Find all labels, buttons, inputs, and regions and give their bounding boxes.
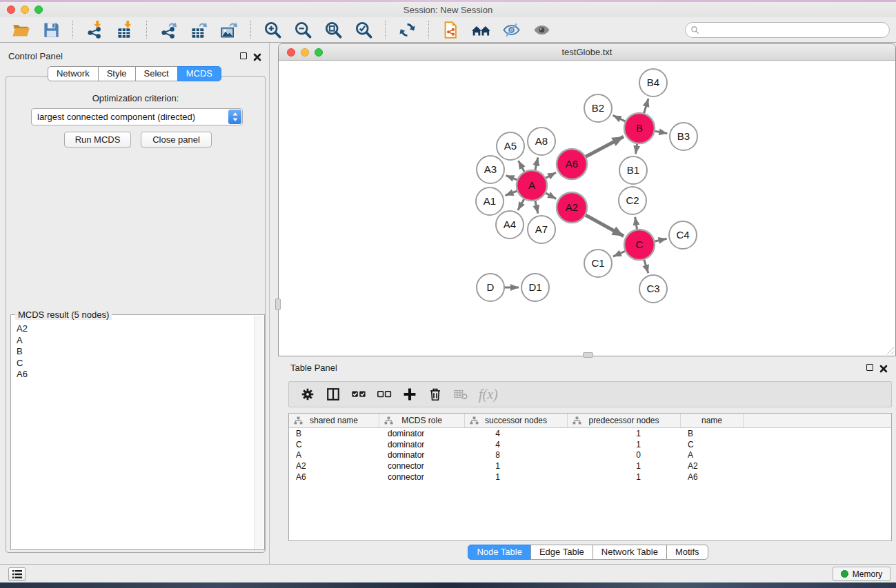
- graph-node-A1[interactable]: A1: [476, 187, 504, 215]
- tab-select[interactable]: Select: [135, 66, 178, 81]
- graph-node-D1[interactable]: D1: [521, 274, 549, 301]
- toolbar-separator: [146, 21, 147, 39]
- table-tab-node-table[interactable]: Node Table: [468, 545, 531, 560]
- zoom-in-button[interactable]: [257, 19, 288, 41]
- close-panel-button[interactable]: Close panel: [141, 132, 212, 148]
- memory-button[interactable]: Memory: [833, 567, 890, 581]
- float-table-panel-icon[interactable]: [866, 364, 873, 371]
- export-image-button[interactable]: [214, 19, 244, 41]
- graph-node-A8[interactable]: A8: [528, 128, 555, 155]
- cell-MCDS-role: connector: [379, 461, 465, 471]
- graph-node-A4[interactable]: A4: [496, 211, 524, 239]
- table-row-a2[interactable]: A2connector11A2: [289, 460, 891, 472]
- export-network-button[interactable]: [153, 19, 183, 41]
- search-input[interactable]: [699, 23, 889, 37]
- svg-text:A7: A7: [535, 223, 548, 235]
- tab-network[interactable]: Network: [48, 66, 99, 81]
- graph-node-B3[interactable]: B3: [670, 123, 697, 150]
- table-panel-tabs: Node TableEdge TableNetwork TableMotifs: [280, 545, 896, 560]
- result-item-a[interactable]: A: [17, 335, 254, 347]
- eye-visible-button[interactable]: [526, 19, 557, 41]
- network-graph[interactable]: B4B2BB3A8A5A6A3B1AA1C2A2A4A7C4CC1C3DD1: [279, 61, 895, 356]
- graph-node-A5[interactable]: A5: [497, 132, 524, 160]
- cell-shared-name: A: [289, 450, 379, 460]
- import-table-button[interactable]: [110, 19, 140, 41]
- graph-node-C3[interactable]: C3: [639, 275, 667, 303]
- table-tab-network-table[interactable]: Network Table: [593, 545, 667, 560]
- split-columns-button[interactable]: [320, 384, 346, 405]
- svg-text:A6: A6: [566, 158, 578, 170]
- result-scrollbar[interactable]: [254, 316, 263, 549]
- graph-node-C[interactable]: C: [624, 230, 655, 260]
- tab-style[interactable]: Style: [98, 66, 136, 81]
- column-header-MCDS-role[interactable]: MCDS role: [379, 414, 465, 427]
- refresh-layout-button[interactable]: [392, 19, 422, 41]
- search-box[interactable]: [685, 22, 890, 38]
- close-panel-icon[interactable]: [253, 52, 261, 60]
- home-networks-button[interactable]: [466, 19, 496, 41]
- tab-mcds[interactable]: MCDS: [177, 66, 221, 81]
- select-all-checkboxes-button[interactable]: [346, 384, 371, 405]
- network-view-window: testGlobe.txt B4B2BB3A8A5A6A3B1AA1C2A2A4…: [278, 43, 896, 356]
- graph-node-B2[interactable]: B2: [584, 94, 612, 122]
- column-header-predecessor-nodes[interactable]: predecessor nodes: [568, 414, 681, 427]
- table-row-a6[interactable]: A6connector11A6: [289, 472, 891, 483]
- save-session-button[interactable]: [36, 19, 66, 41]
- document-network-button[interactable]: [435, 19, 466, 41]
- graph-node-B1[interactable]: B1: [619, 156, 647, 184]
- memory-label: Memory: [853, 569, 882, 579]
- graph-node-C4[interactable]: C4: [669, 221, 697, 249]
- result-item-a6[interactable]: A6: [17, 369, 254, 381]
- table-row-c[interactable]: Cdominator41C: [289, 439, 891, 450]
- deselect-all-checkboxes-button[interactable]: [371, 384, 397, 405]
- table-tab-motifs[interactable]: Motifs: [666, 545, 708, 560]
- graph-node-C1[interactable]: C1: [584, 250, 612, 277]
- open-folder-button[interactable]: [6, 19, 36, 41]
- graph-node-D[interactable]: D: [477, 274, 504, 301]
- table-header-row: shared nameMCDS rolesuccessor nodesprede…: [289, 414, 891, 428]
- graph-node-B[interactable]: B: [624, 113, 655, 143]
- eye-hidden-button[interactable]: [496, 19, 526, 41]
- vertical-splitter-handle[interactable]: [275, 298, 281, 310]
- float-panel-icon[interactable]: [240, 52, 247, 59]
- column-header-successor-nodes[interactable]: successor nodes: [465, 414, 568, 427]
- zoom-fit-button[interactable]: [318, 19, 348, 41]
- document-network-icon: [441, 21, 460, 39]
- column-header-shared-name[interactable]: shared name: [289, 414, 379, 427]
- table-row-a[interactable]: Adominator80A: [289, 450, 891, 461]
- function-builder-button[interactable]: f(x): [479, 387, 498, 403]
- graph-node-A2[interactable]: A2: [557, 192, 587, 223]
- close-table-panel-icon[interactable]: [879, 363, 888, 372]
- graph-node-A6[interactable]: A6: [557, 149, 587, 179]
- result-item-b[interactable]: B: [17, 346, 254, 358]
- settings-gear-button[interactable]: [295, 384, 320, 405]
- table-row-b[interactable]: Bdominator41B: [289, 428, 891, 439]
- delete-table-button[interactable]: [448, 384, 473, 405]
- export-table-button[interactable]: [183, 19, 214, 41]
- toolbar-separator: [385, 21, 386, 39]
- graph-node-A3[interactable]: A3: [477, 156, 504, 183]
- import-network-button[interactable]: [79, 19, 110, 41]
- graph-node-B4[interactable]: B4: [639, 69, 667, 97]
- network-window-titlebar: testGlobe.txt: [279, 44, 895, 61]
- task-history-button[interactable]: [8, 567, 26, 581]
- zoom-selected-button[interactable]: [348, 19, 379, 41]
- run-mcds-button[interactable]: Run MCDS: [64, 132, 131, 148]
- column-header-filler: [744, 414, 891, 427]
- main-titlebar: Session: New Session: [0, 2, 896, 17]
- graph-node-C2[interactable]: C2: [619, 187, 646, 214]
- network-canvas[interactable]: B4B2BB3A8A5A6A3B1AA1C2A2A4A7C4CC1C3DD1: [279, 61, 895, 356]
- add-column-button[interactable]: [397, 384, 422, 405]
- result-item-c[interactable]: C: [17, 358, 254, 369]
- horizontal-splitter-handle[interactable]: [583, 352, 593, 358]
- criterion-dropdown[interactable]: largest connected component (directed): [31, 108, 243, 125]
- table-tab-edge-table[interactable]: Edge Table: [530, 545, 593, 560]
- graph-node-A7[interactable]: A7: [528, 216, 555, 243]
- svg-text:C1: C1: [591, 257, 604, 269]
- graph-node-A[interactable]: A: [517, 170, 547, 201]
- zoom-out-button[interactable]: [288, 19, 318, 41]
- result-item-a2[interactable]: A2: [17, 323, 254, 335]
- delete-column-button[interactable]: [422, 384, 448, 405]
- column-label: predecessor nodes: [588, 416, 659, 425]
- column-header-name[interactable]: name: [681, 414, 744, 427]
